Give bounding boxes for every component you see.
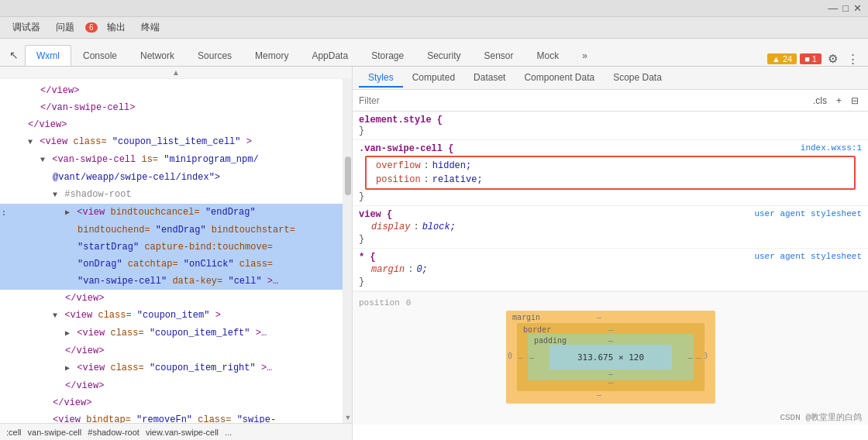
style-rule-star: * { user agent stylesheet margin : 0; }	[353, 249, 868, 291]
dom-scrollbar[interactable]: ▼	[343, 79, 352, 423]
dom-line[interactable]: </view>	[0, 82, 343, 99]
attr-text: bindtouchcancel=	[110, 207, 199, 218]
dom-line-selected[interactable]: "onDrag" catchtap= "onClick" class=	[0, 256, 343, 273]
menu-debugger[interactable]: 调试器	[6, 19, 46, 36]
tab-memory[interactable]: Memory	[243, 45, 300, 66]
attr-val-text: "endDrag"	[156, 225, 206, 235]
filter-actions: .cls + ⊟	[810, 95, 862, 107]
dom-line-selected[interactable]: ▶ <view bindtouchcancel= "endDrag"	[0, 204, 343, 222]
tab-sources[interactable]: Sources	[186, 45, 243, 66]
colon: :	[424, 174, 429, 185]
attr-val-text: "endDrag"	[205, 207, 256, 218]
dom-line-selected[interactable]: bindtouchend= "endDrag" bindtouchstart=	[0, 222, 343, 239]
close-btn[interactable]: ✕	[853, 2, 862, 14]
tab-network[interactable]: Network	[129, 45, 186, 66]
style-close: }	[359, 125, 862, 136]
dom-line[interactable]: ▼ <view class= "coupon_list_item_cell" >	[0, 133, 343, 151]
tab-storage[interactable]: Storage	[360, 45, 415, 66]
maximize-btn[interactable]: □	[842, 2, 849, 14]
subtab-styles[interactable]: Styles	[359, 69, 403, 88]
style-source-link[interactable]: user agent stylesheet	[754, 252, 862, 263]
svg-text:–: –	[529, 353, 535, 362]
breadcrumb-cell[interactable]: :cell	[6, 428, 22, 437]
attr-text: capture-bind:touchmove=	[144, 242, 273, 253]
tab-appdata[interactable]: AppData	[300, 45, 360, 66]
attr-text: bindtouchend=	[78, 225, 150, 235]
dom-line[interactable]: </view>	[0, 342, 343, 359]
scrollbar-thumb[interactable]	[345, 156, 351, 195]
prop-name: display	[371, 222, 410, 232]
tab-security[interactable]: Security	[415, 45, 472, 66]
selector-text: element.style {	[359, 115, 443, 125]
svg-text:–: –	[518, 353, 524, 362]
devtools-window: 调试器 问题 6 输出 终端 ↖ Wxml Console Network So…	[0, 17, 868, 440]
breadcrumb-van-swipe[interactable]: van-swipe-cell	[28, 428, 82, 437]
subtab-computed[interactable]: Computed	[403, 69, 464, 88]
layout-filter-btn[interactable]: ⊟	[848, 95, 862, 107]
dom-tree[interactable]: </view> </van-swipe-cell> </view> ▼ <vie…	[0, 79, 343, 423]
triangle-icon: ▼	[28, 138, 33, 146]
attr-val-text: "startDrag"	[78, 242, 139, 253]
style-rule-van-swipe-cell: .van-swipe-cell { index.wxss:1 overflow …	[353, 140, 868, 206]
dom-line[interactable]: ▼ <van-swipe-cell is= "miniprogram_npm/	[0, 151, 343, 169]
style-source-link[interactable]: index.wxss:1	[801, 143, 862, 154]
add-filter-btn[interactable]: +	[833, 95, 845, 107]
tag-text: </view>	[28, 119, 67, 130]
triangle-icon: ▼	[40, 156, 45, 164]
style-source-link[interactable]: user agent stylesheet	[754, 209, 862, 220]
tag-text: >	[215, 310, 221, 321]
dom-line[interactable]: </view>	[0, 377, 343, 394]
dom-line[interactable]: </view>	[0, 290, 343, 307]
dom-line[interactable]: ▼ <view class= "coupon_item" >	[0, 307, 343, 325]
position-value: 0	[406, 298, 412, 308]
attr-val-text: "onDrag"	[78, 259, 122, 270]
dom-line[interactable]: ▶ <view class= "coupon_item_right" >…	[0, 359, 343, 377]
filter-input[interactable]	[359, 95, 810, 106]
prop-name: position	[376, 174, 421, 185]
box-model-label: position 0	[359, 298, 862, 308]
tag-text: <view	[40, 136, 73, 147]
tab-mock[interactable]: Mock	[525, 45, 571, 66]
tab-console[interactable]: Console	[71, 45, 129, 66]
dom-line[interactable]: </van-swipe-cell>	[0, 99, 343, 116]
svg-text:–: –	[596, 313, 601, 321]
dom-line[interactable]: </view>	[0, 116, 343, 133]
subtab-dataset[interactable]: Dataset	[464, 69, 515, 88]
breadcrumb-view[interactable]: view.van-swipe-cell	[146, 428, 219, 437]
dom-line[interactable]: </view>	[0, 394, 343, 411]
scroll-up-btn[interactable]: ▲	[0, 67, 352, 79]
menu-terminal[interactable]: 终端	[135, 19, 166, 36]
rule-header: .van-swipe-cell { index.wxss:1	[359, 143, 862, 154]
dom-line[interactable]: @vant/weapp/swipe-cell/index">	[0, 169, 343, 186]
tag-text: >…	[256, 328, 267, 339]
scroll-down-arrow[interactable]: ▼	[343, 412, 352, 423]
subtab-scope-data[interactable]: Scope Data	[604, 69, 671, 88]
menu-output[interactable]: 输出	[101, 19, 132, 36]
svg-text:313.675 × 120: 313.675 × 120	[577, 352, 643, 363]
breadcrumb-shadow[interactable]: #shadow-root	[88, 428, 140, 437]
attr-text: class=	[239, 259, 273, 270]
dom-line-selected[interactable]: "van-swipe-cell" data-key= "cell" >…	[0, 273, 343, 290]
sub-tab-bar: Styles Computed Dataset Component Data S…	[353, 67, 868, 90]
cls-filter-btn[interactable]: .cls	[810, 95, 830, 107]
svg-text:–: –	[596, 390, 601, 399]
breadcrumb-more[interactable]: ...	[225, 428, 232, 437]
prop-val: relative;	[432, 174, 483, 185]
attr-val-text: "coupon_list_item_cell"	[112, 136, 241, 147]
tab-wxml[interactable]: Wxml	[25, 45, 71, 66]
attr-text: class=	[110, 328, 143, 339]
tab-more[interactable]: »	[570, 45, 599, 66]
dom-line[interactable]: <view bindtap= "removeFn" class= "swipe-	[0, 411, 343, 423]
settings-icon[interactable]: ⚙	[825, 52, 841, 66]
cursor-icon[interactable]: ↖	[3, 44, 25, 66]
dom-line-selected[interactable]: "startDrag" capture-bind:touchmove=	[0, 239, 343, 256]
more-icon[interactable]: ⋮	[844, 52, 862, 66]
subtab-component-data[interactable]: Component Data	[515, 69, 604, 88]
menu-issues[interactable]: 问题	[50, 19, 81, 36]
tab-sensor[interactable]: Sensor	[473, 45, 525, 66]
dom-line[interactable]: ▶ <view class= "coupon_item_left" >…	[0, 325, 343, 342]
attr-val-text: "coupon_item_left"	[150, 328, 250, 339]
dom-line[interactable]: ▼ #shadow-root	[0, 186, 343, 204]
tag-text: >…	[267, 276, 278, 287]
minimize-btn[interactable]: —	[828, 2, 838, 14]
